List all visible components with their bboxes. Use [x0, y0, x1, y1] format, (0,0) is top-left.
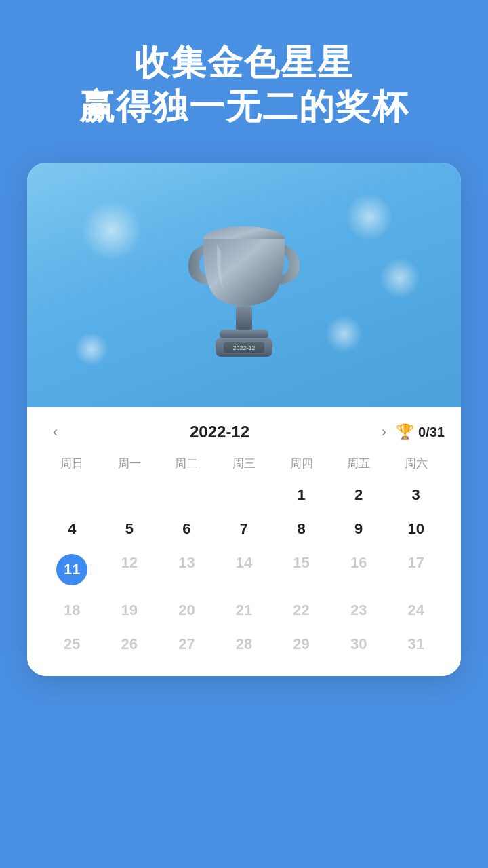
trophy-image: 2022-12 — [169, 190, 319, 380]
weekday-sat: 周六 — [387, 452, 445, 475]
day-3[interactable]: 3 — [387, 479, 445, 511]
day-27[interactable]: 27 — [158, 629, 216, 660]
glow-2 — [346, 193, 393, 241]
trophy-count-icon: 🏆 — [396, 423, 414, 441]
svg-text:2022-12: 2022-12 — [232, 344, 255, 351]
day-25[interactable]: 25 — [43, 629, 101, 660]
day-26[interactable]: 26 — [101, 629, 159, 660]
weekday-sun: 周日 — [43, 452, 101, 475]
app-headline: 收集金色星星 赢得独一无二的奖杯 — [79, 41, 409, 129]
next-month-button[interactable]: › — [372, 420, 396, 443]
day-14[interactable]: 14 — [216, 547, 273, 592]
day-6[interactable]: 6 — [158, 513, 216, 545]
svg-rect-2 — [220, 330, 268, 339]
day-11-today[interactable]: 11 — [43, 547, 101, 592]
day-30[interactable]: 30 — [330, 629, 388, 660]
calendar-month-label: 2022-12 — [67, 422, 371, 441]
day-13[interactable]: 13 — [158, 547, 216, 592]
day-19[interactable]: 19 — [101, 595, 159, 626]
day-2[interactable]: 2 — [330, 479, 388, 511]
day-cell[interactable] — [216, 479, 273, 511]
day-4[interactable]: 4 — [43, 513, 101, 545]
day-20[interactable]: 20 — [158, 595, 216, 626]
day-cell[interactable] — [101, 479, 159, 511]
glow-1 — [81, 200, 142, 261]
weekday-thu: 周四 — [272, 452, 330, 475]
svg-rect-1 — [236, 307, 252, 331]
prev-month-button[interactable]: ‹ — [43, 420, 67, 443]
day-22[interactable]: 22 — [272, 595, 330, 626]
day-24[interactable]: 24 — [387, 595, 445, 626]
weekday-fri: 周五 — [330, 452, 388, 475]
calendar-header: ‹ 2022-12 › 🏆 0/31 — [43, 407, 445, 452]
trophy-count: 🏆 0/31 — [396, 423, 445, 441]
day-18[interactable]: 18 — [43, 595, 101, 626]
day-9[interactable]: 9 — [330, 513, 388, 545]
weekdays-row: 周日 周一 周二 周三 周四 周五 周六 — [43, 452, 445, 475]
day-29[interactable]: 29 — [272, 629, 330, 660]
days-grid: 1 2 3 4 5 6 7 8 9 10 11 12 13 14 15 16 1… — [43, 479, 445, 660]
day-cell[interactable] — [43, 479, 101, 511]
main-card: 2022-12 ‹ 2022-12 › 🏆 0/31 周日 周一 周二 周三 周… — [27, 163, 461, 676]
day-8[interactable]: 8 — [272, 513, 330, 545]
day-31[interactable]: 31 — [387, 629, 445, 660]
weekday-mon: 周一 — [101, 452, 159, 475]
headline-line2: 赢得独一无二的奖杯 — [79, 85, 409, 129]
day-10[interactable]: 10 — [387, 513, 445, 545]
day-16[interactable]: 16 — [330, 547, 388, 592]
day-23[interactable]: 23 — [330, 595, 388, 626]
day-28[interactable]: 28 — [216, 629, 273, 660]
day-1[interactable]: 1 — [272, 479, 330, 511]
headline-line1: 收集金色星星 — [79, 41, 409, 85]
day-17[interactable]: 17 — [387, 547, 445, 592]
glow-3 — [380, 258, 420, 298]
day-12[interactable]: 12 — [101, 547, 159, 592]
trophy-count-value: 0/31 — [418, 425, 445, 440]
day-21[interactable]: 21 — [216, 595, 273, 626]
day-5[interactable]: 5 — [101, 513, 159, 545]
calendar-section: ‹ 2022-12 › 🏆 0/31 周日 周一 周二 周三 周四 周五 周六 … — [27, 407, 461, 676]
day-15[interactable]: 15 — [272, 547, 330, 592]
trophy-section: 2022-12 — [27, 163, 461, 407]
glow-4 — [325, 315, 363, 353]
day-7[interactable]: 7 — [216, 513, 273, 545]
glow-5 — [75, 332, 108, 366]
day-cell[interactable] — [158, 479, 216, 511]
weekday-wed: 周三 — [216, 452, 273, 475]
weekday-tue: 周二 — [158, 452, 216, 475]
